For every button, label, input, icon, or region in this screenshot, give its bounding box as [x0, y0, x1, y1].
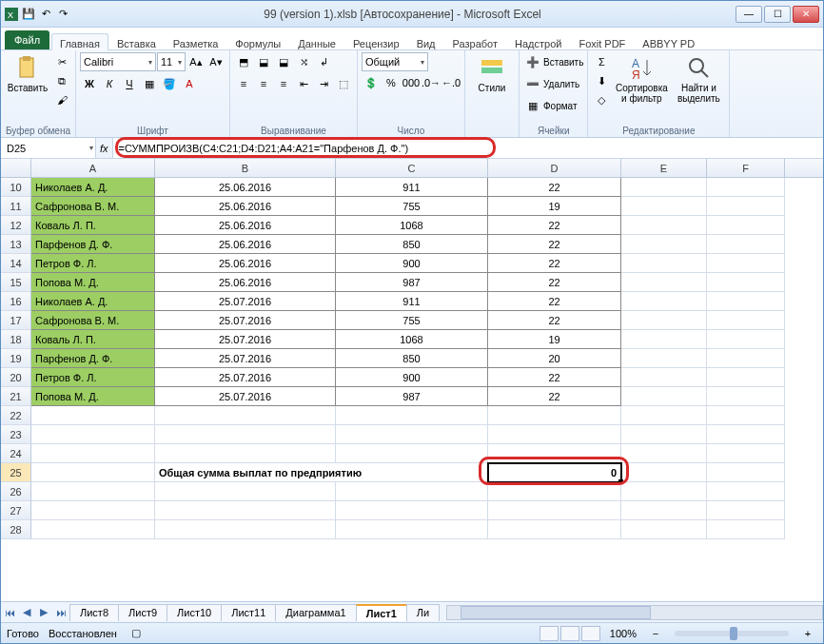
- cell[interactable]: [621, 311, 707, 330]
- row-header[interactable]: 13: [1, 235, 31, 254]
- cell[interactable]: [336, 425, 488, 444]
- cell[interactable]: 911: [336, 292, 488, 311]
- cell[interactable]: [707, 311, 785, 330]
- cell[interactable]: 25.07.2016: [155, 330, 336, 349]
- close-button[interactable]: ✕: [793, 6, 819, 23]
- formula-bar[interactable]: =СУММПРОИЗВ(C4:C21;D4:D21;A4:A21="Парфен…: [112, 138, 823, 158]
- sheet-tab-Лист11[interactable]: Лист11: [221, 604, 276, 621]
- grid-rows[interactable]: 10Николаев А. Д.25.06.20169112211Сафроно…: [1, 178, 823, 601]
- row-header[interactable]: 17: [1, 311, 31, 330]
- sheet-nav-last[interactable]: ⏭: [52, 604, 69, 621]
- cell[interactable]: 22: [488, 216, 621, 235]
- cell[interactable]: [707, 501, 785, 520]
- redo-icon[interactable]: ↷: [56, 8, 69, 21]
- cell[interactable]: 755: [336, 197, 488, 216]
- format-painter-icon[interactable]: 🖌: [52, 90, 71, 109]
- indent-inc-icon[interactable]: ⇥: [314, 74, 333, 93]
- row-header[interactable]: 10: [1, 178, 31, 197]
- cell[interactable]: Николаев А. Д.: [31, 178, 155, 197]
- sort-filter-button[interactable]: AЯ Сортировка и фильтр: [613, 52, 670, 106]
- row-header[interactable]: 11: [1, 197, 31, 216]
- cell[interactable]: 25.07.2016: [155, 292, 336, 311]
- cell[interactable]: [336, 520, 488, 539]
- cell[interactable]: [155, 425, 336, 444]
- worksheet-grid[interactable]: ABCDEF 10Николаев А. Д.25.06.20169112211…: [1, 159, 823, 601]
- col-header-B[interactable]: B: [155, 159, 336, 177]
- page-layout-view-button[interactable]: [560, 626, 579, 641]
- row-header[interactable]: 12: [1, 216, 31, 235]
- cell[interactable]: [621, 197, 707, 216]
- cell[interactable]: [336, 444, 488, 463]
- zoom-in-button[interactable]: +: [798, 624, 817, 643]
- sheet-tab-Лист1[interactable]: Лист1: [356, 604, 407, 621]
- cell[interactable]: [621, 349, 707, 368]
- cell[interactable]: Попова М. Д.: [31, 387, 155, 406]
- cell[interactable]: [621, 482, 707, 501]
- cell[interactable]: 1068: [336, 216, 488, 235]
- cell[interactable]: 25.06.2016: [155, 254, 336, 273]
- delete-cells-icon[interactable]: ➖: [523, 74, 542, 93]
- cell[interactable]: [621, 273, 707, 292]
- cell[interactable]: 911: [336, 178, 488, 197]
- col-header-F[interactable]: F: [707, 159, 785, 177]
- cell[interactable]: [621, 235, 707, 254]
- cell[interactable]: 22: [488, 368, 621, 387]
- cell[interactable]: Попова М. Д.: [31, 273, 155, 292]
- col-header-A[interactable]: A: [31, 159, 155, 177]
- sheet-nav-first[interactable]: ⏮: [1, 604, 18, 621]
- cell[interactable]: [488, 520, 621, 539]
- align-middle-icon[interactable]: ⬓: [254, 52, 273, 71]
- fx-button[interactable]: fx: [100, 143, 108, 154]
- cell[interactable]: [336, 406, 488, 425]
- cell[interactable]: [707, 387, 785, 406]
- cell[interactable]: [488, 444, 621, 463]
- cell[interactable]: [707, 520, 785, 539]
- row-header[interactable]: 23: [1, 425, 31, 444]
- cell[interactable]: [31, 444, 155, 463]
- normal-view-button[interactable]: [540, 626, 559, 641]
- font-name-combo[interactable]: Calibri▾: [80, 52, 156, 71]
- cell[interactable]: [707, 235, 785, 254]
- inc-decimal-icon[interactable]: .0→: [422, 73, 441, 92]
- cell[interactable]: 900: [336, 368, 488, 387]
- cell[interactable]: [155, 482, 336, 501]
- cell[interactable]: 22: [488, 235, 621, 254]
- cell[interactable]: 25.06.2016: [155, 216, 336, 235]
- cell[interactable]: [336, 501, 488, 520]
- align-top-icon[interactable]: ⬒: [234, 52, 253, 71]
- fill-icon[interactable]: ⬇: [592, 71, 611, 90]
- fill-color-button[interactable]: 🪣: [160, 74, 179, 93]
- minimize-button[interactable]: —: [736, 6, 762, 23]
- undo-icon[interactable]: ↶: [39, 8, 52, 21]
- cell[interactable]: [155, 501, 336, 520]
- cell[interactable]: [621, 425, 707, 444]
- summary-label[interactable]: Общая сумма выплат по предприятию: [155, 463, 488, 482]
- sheet-tab-Лист8[interactable]: Лист8: [69, 604, 119, 621]
- row-header[interactable]: 18: [1, 330, 31, 349]
- cell[interactable]: Николаев А. Д.: [31, 292, 155, 311]
- zoom-out-button[interactable]: −: [646, 624, 665, 643]
- name-box[interactable]: D25▾: [1, 138, 96, 158]
- styles-button[interactable]: Стили: [469, 52, 515, 95]
- cell[interactable]: [155, 406, 336, 425]
- select-all-corner[interactable]: [1, 159, 31, 177]
- row-header[interactable]: 19: [1, 349, 31, 368]
- bold-button[interactable]: Ж: [80, 74, 99, 93]
- cell[interactable]: 25.07.2016: [155, 311, 336, 330]
- sheet-tab-Лист9[interactable]: Лист9: [118, 604, 167, 621]
- cell[interactable]: [621, 444, 707, 463]
- italic-button[interactable]: К: [100, 74, 119, 93]
- cell[interactable]: [707, 273, 785, 292]
- row-header[interactable]: 28: [1, 520, 31, 539]
- cell[interactable]: [707, 292, 785, 311]
- align-left-icon[interactable]: ≡: [234, 74, 253, 93]
- cell[interactable]: [621, 292, 707, 311]
- row-header[interactable]: 14: [1, 254, 31, 273]
- cell[interactable]: [488, 406, 621, 425]
- row-header[interactable]: 27: [1, 501, 31, 520]
- cell[interactable]: 22: [488, 311, 621, 330]
- orientation-icon[interactable]: ⤭: [294, 52, 313, 71]
- cell[interactable]: [707, 178, 785, 197]
- maximize-button[interactable]: ☐: [764, 6, 791, 23]
- cell[interactable]: [621, 463, 707, 482]
